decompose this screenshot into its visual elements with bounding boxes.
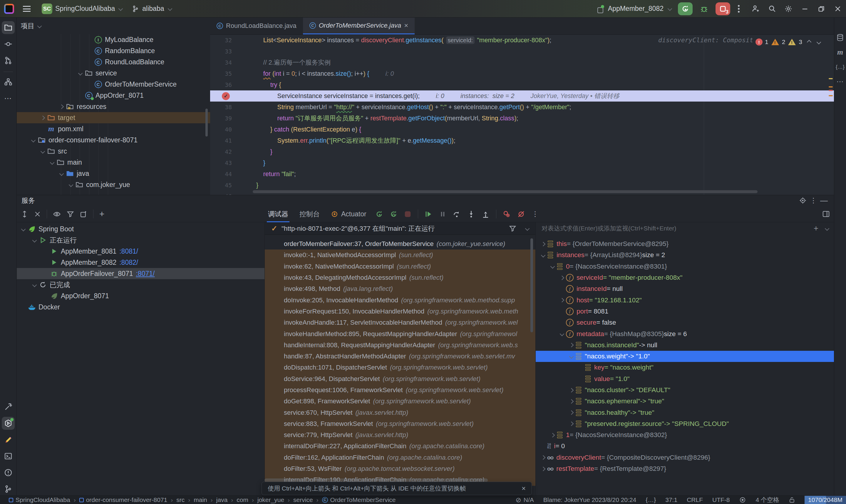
stack-frame[interactable]: invokeAndHandle:117, ServletInvocableHan… [265, 317, 535, 328]
stack-frame[interactable]: handle:87, AbstractHandlerMethodAdapter(… [265, 351, 535, 362]
rerun-button[interactable] [678, 2, 693, 15]
debug-tab-控制台[interactable]: 控制台 [298, 206, 321, 222]
project-tree-item[interactable]: CRandomBalance [17, 45, 210, 56]
more-tools-icon[interactable]: ⋯ [2, 92, 15, 105]
pause-icon[interactable] [439, 211, 446, 218]
chevron-right-icon[interactable] [560, 275, 565, 280]
line-number[interactable]: 44 [210, 168, 232, 180]
stop-icon[interactable] [404, 211, 411, 218]
structure-tool-icon[interactable] [2, 75, 15, 88]
breadcrumb-item[interactable]: COrderToMemberService [322, 497, 396, 503]
variable-row[interactable]: "nacos.healthy" -> "true" [536, 407, 834, 418]
service-port-link[interactable]: :8071/ [136, 270, 155, 278]
services-tool-icon[interactable] [2, 417, 15, 430]
stop-button[interactable]: 3 [715, 2, 730, 15]
lock-icon[interactable] [789, 497, 795, 503]
variable-row[interactable]: key = "nacos.weight" [536, 362, 834, 373]
stack-frame[interactable]: invoke0:-1, NativeMethodAccessorImpl(sun… [265, 250, 535, 260]
build-tool-icon[interactable] [2, 400, 15, 413]
breadcrumb-item[interactable]: SpringCloudAlibaba [9, 497, 70, 503]
stack-frame[interactable]: doFilter:162, ApplicationFilterChain(org… [265, 452, 535, 463]
layout-settings-icon[interactable] [822, 210, 830, 218]
chevron-down-icon[interactable] [541, 253, 546, 258]
service-item-Spring-Boot[interactable]: Spring Boot [17, 223, 264, 235]
chevron-down-icon[interactable] [31, 138, 36, 142]
step-out-icon[interactable] [482, 210, 489, 218]
project-tree-item[interactable]: com.joker_yue [17, 179, 210, 190]
close-tab-icon[interactable]: × [404, 21, 408, 30]
chevron-right-icon[interactable] [59, 104, 64, 109]
commit-tool-icon[interactable] [2, 38, 15, 51]
code-line-42[interactable]: 42 } [210, 146, 834, 157]
code-line-34[interactable]: 34 // 2.遍历每一个服务实例 [210, 57, 834, 68]
project-tool-icon[interactable] [2, 21, 15, 34]
chevron-right-icon[interactable] [569, 410, 574, 415]
more-tools-right-icon[interactable]: ⋯ [835, 76, 845, 87]
code-line-33[interactable]: 33 [210, 46, 834, 57]
stack-frame[interactable]: service:883, FrameworkServlet(org.spring… [265, 418, 535, 429]
chevron-down-icon[interactable] [525, 226, 530, 231]
restore-button[interactable] [813, 0, 830, 18]
breadcrumb-item[interactable]: src [176, 497, 185, 503]
main-menu-icon[interactable] [23, 6, 31, 12]
database-tool-icon[interactable] [835, 32, 845, 43]
chevron-down-icon[interactable] [59, 171, 64, 176]
variable-row[interactable]: finstanceId = null [536, 283, 834, 294]
service-item-AppMember_8082[interactable]: AppMember_8082:8082/ [17, 257, 264, 268]
chevron-down-icon[interactable] [50, 160, 55, 165]
editor-tab[interactable]: COrderToMemberService.java× [303, 18, 415, 34]
chevron-down-icon[interactable] [78, 71, 83, 75]
filter-icon[interactable] [67, 211, 74, 218]
readonly-eye-icon[interactable] [739, 497, 746, 503]
add-service-icon[interactable]: + [99, 209, 105, 219]
code-line-39[interactable]: 39 return "订单服务调用会员服务" + restTemplate.ge… [210, 113, 834, 124]
variable-row[interactable]: oodiscoveryClient = {CompositeDiscoveryC… [536, 452, 834, 463]
variable-row[interactable]: fserviceId = "member-producer-808x" [536, 272, 834, 283]
step-into-icon[interactable] [467, 210, 475, 218]
code-line-43[interactable]: 43 } [210, 157, 834, 168]
service-item-AppMember_8081[interactable]: AppMember_8081:8081/ [17, 246, 264, 257]
line-ending-widget[interactable]: CRLF [687, 497, 703, 503]
stack-frame[interactable]: invoke:498, Method(java.lang.reflect) [265, 283, 535, 294]
chevron-right-icon[interactable] [569, 399, 574, 404]
stack-frame[interactable]: processRequest:1006, FrameworkServlet(or… [265, 384, 535, 396]
variable-row[interactable]: "nacos.instanceId" -> null [536, 340, 834, 351]
variable-row[interactable]: instances = {ArrayList@8294} size = 2 [536, 250, 834, 260]
notification-close-icon[interactable]: × [522, 484, 526, 492]
code-line-36[interactable]: 36 try { [210, 79, 834, 90]
prev-problem-icon[interactable] [807, 40, 812, 44]
project-tree-item[interactable]: IMyLoadBalance [17, 34, 210, 45]
variable-row[interactable]: "nacos.cluster" -> "DEFAULT" [536, 384, 834, 396]
dependencies-tool-icon[interactable]: {…} [835, 62, 845, 72]
stack-frame[interactable]: handleInternal:808, RequestMappingHandle… [265, 340, 535, 351]
line-number[interactable]: 45 [210, 180, 232, 191]
chevron-right-icon[interactable] [569, 343, 574, 347]
indent-widget[interactable]: 4 个空格 [756, 496, 779, 504]
rerun-icon[interactable] [375, 210, 383, 218]
chevron-down-icon[interactable] [560, 332, 565, 336]
project-tree-item[interactable]: main [17, 157, 210, 168]
line-number[interactable]: 32 [210, 35, 232, 46]
code-line-45[interactable]: 45 } [210, 180, 834, 191]
add-user-button[interactable] [747, 0, 764, 18]
minimize-button[interactable] [797, 0, 813, 18]
stripe-mark[interactable] [829, 78, 833, 79]
memory-indicator[interactable]: 1070/2048M [805, 496, 846, 504]
project-panel-header[interactable]: 项目 [17, 18, 210, 34]
chevron-down-icon[interactable] [21, 227, 26, 231]
variable-row[interactable]: this = {OrderToMemberService@8295} [536, 238, 834, 250]
stack-frame[interactable]: internalDoFilter:227, ApplicationFilterC… [265, 440, 535, 452]
rerun-debug-icon[interactable] [390, 210, 398, 218]
project-tree-item[interactable]: resources [17, 101, 210, 112]
stack-frame[interactable]: invokeHandlerMethod:895, RequestMappingH… [265, 328, 535, 339]
code-line-40[interactable]: 40 } catch (RestClientException e) { [210, 124, 834, 135]
vcs-tool-icon[interactable] [2, 483, 15, 496]
code-style-widget[interactable]: {…} [645, 497, 656, 503]
line-number[interactable]: 33 [210, 46, 232, 57]
stack-frame[interactable]: doFilter:53, WsFilter(org.apache.tomcat.… [265, 463, 535, 474]
line-number[interactable]: 39 [210, 113, 232, 124]
close-button[interactable] [830, 0, 846, 18]
run-config-selector[interactable]: AppMember_8082 [597, 5, 674, 13]
stack-frame[interactable]: service:779, HttpServlet(javax.servlet.h… [265, 429, 535, 440]
stack-frame[interactable]: invoke:62, NativeMethodAccessorImpl(sun.… [265, 261, 535, 272]
